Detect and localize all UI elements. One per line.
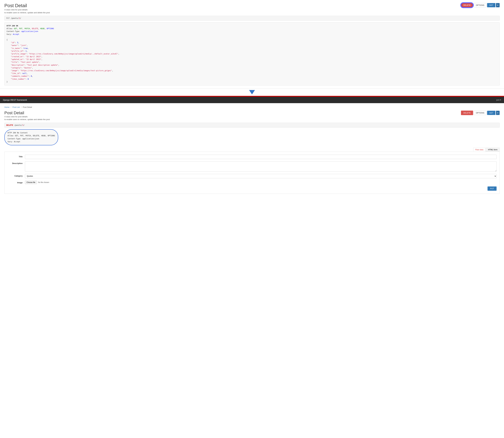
top-allow-delete: DELETE bbox=[32, 28, 38, 30]
bottom-desc-line1: A class view for post details bbox=[4, 116, 28, 118]
top-allow-patch: PATCH bbox=[24, 28, 30, 30]
json-category-key: "category" bbox=[11, 67, 21, 69]
bottom-title-area: Post Detail A class view for post detail… bbox=[4, 110, 50, 121]
form-category-select[interactable]: Quotes Art Music Science Tech bbox=[25, 174, 497, 178]
json-title-key: "title" bbox=[11, 61, 18, 63]
breadcrumb-current: Post Detail bbox=[23, 106, 32, 108]
tab-html-form[interactable]: HTML form bbox=[486, 148, 500, 152]
navbar-user[interactable]: jure ▾ bbox=[496, 99, 501, 101]
bottom-response-wrapper: HTTP 204 No Content Allow: GET, PUT, PAT… bbox=[4, 129, 500, 145]
json-id-key: "id" bbox=[11, 42, 15, 44]
bottom-ct-val: application/json bbox=[22, 138, 39, 140]
form-actions: PUT bbox=[7, 186, 497, 191]
json-desc-val: "Test post description update" bbox=[27, 64, 58, 66]
top-url-method: PUT bbox=[6, 17, 10, 19]
top-description: A class view for post details to enable … bbox=[4, 8, 50, 14]
breadcrumb-sep2: / bbox=[21, 106, 21, 108]
bottom-btn-group: DELETE OPTIONS GET ▾ bbox=[461, 110, 500, 115]
navbar-brand: Django REST framework bbox=[3, 99, 27, 101]
form-image-label: Image bbox=[7, 181, 25, 184]
form-description-textarea[interactable] bbox=[25, 161, 497, 172]
bottom-allow-patch: PATCH bbox=[25, 135, 31, 137]
bottom-url-bar: DELETE /posts/3/ bbox=[4, 123, 500, 128]
json-profileimg-val: "https://res.cloudinary.com/dm4myijvz/im… bbox=[29, 53, 118, 55]
bottom-allow-delete: DELETE bbox=[33, 135, 39, 137]
json-title-val: "Test post update" bbox=[20, 61, 39, 63]
top-get-button[interactable]: GET bbox=[487, 3, 495, 7]
breadcrumb-sep1: / bbox=[11, 106, 11, 108]
bottom-http-status: HTTP 204 No Content bbox=[8, 132, 28, 134]
put-button[interactable]: PUT bbox=[488, 186, 497, 191]
form-row-image: Image Choose file No file chosen bbox=[7, 181, 497, 184]
form-title-input[interactable] bbox=[25, 155, 497, 159]
arrow-area bbox=[0, 88, 504, 96]
form-description-label: Description bbox=[7, 161, 25, 164]
choose-file-button[interactable]: Choose file bbox=[25, 181, 37, 184]
json-profileimg-key: "profile_image" bbox=[11, 53, 27, 55]
page-title-bottom: Post Detail bbox=[4, 110, 50, 115]
top-header: Post Detail A class view for post detail… bbox=[4, 3, 500, 14]
json-commentsnum-val: 0 bbox=[31, 75, 32, 77]
breadcrumb-post-list[interactable]: Post List bbox=[12, 106, 20, 108]
form-row-title: Title bbox=[7, 155, 497, 159]
top-delete-button[interactable]: DELETE bbox=[461, 3, 473, 7]
top-title-area: Post Detail A class view for post detail… bbox=[4, 3, 50, 14]
json-likeid-key: "like_id" bbox=[11, 72, 20, 74]
top-options-button[interactable]: OPTIONS bbox=[474, 3, 487, 7]
top-url-bar: PUT /posts/3/ bbox=[4, 16, 500, 21]
json-profileid-val: 1 bbox=[25, 50, 27, 52]
json-isowner-key: "is_owner" bbox=[11, 47, 21, 49]
bottom-desc-line2: to enable users to retrieve, update and … bbox=[4, 118, 50, 120]
top-vary-val: Accept bbox=[13, 33, 19, 35]
page-title-top: Post Detail bbox=[4, 3, 50, 8]
top-get-caret-button[interactable]: ▾ bbox=[496, 3, 500, 7]
top-section: Post Detail A class view for post detail… bbox=[0, 0, 504, 88]
top-btn-group: DELETE OPTIONS GET ▾ bbox=[461, 3, 500, 7]
top-allow-head: HEAD bbox=[40, 28, 44, 30]
json-isowner-val: true bbox=[23, 47, 28, 49]
bottom-ct-label: Content-Type: bbox=[8, 138, 21, 140]
json-profileid-key: "profile_id" bbox=[11, 50, 23, 52]
json-likesnum-val: 0 bbox=[28, 78, 29, 80]
bottom-get-button[interactable]: GET bbox=[487, 111, 495, 115]
json-likeid-val: null bbox=[22, 72, 27, 74]
breadcrumb-home[interactable]: Home bbox=[4, 106, 10, 108]
form-row-category: Category Quotes Art Music Science Tech bbox=[7, 174, 497, 178]
bottom-delete-button[interactable]: DELETE bbox=[461, 110, 473, 115]
bottom-allow-get: GET bbox=[15, 135, 18, 137]
json-createdon-val: "15 April 2023" bbox=[25, 55, 41, 58]
json-commentsnum-key: "comments_number" bbox=[11, 75, 29, 77]
top-vary-label: Vary: bbox=[7, 33, 12, 35]
form-row-description: Description bbox=[7, 161, 497, 172]
top-url-path: /posts/3/ bbox=[11, 17, 21, 19]
top-ct-label: Content-Type: bbox=[7, 30, 20, 33]
tabs-container: Raw data HTML form bbox=[4, 148, 500, 152]
bottom-response-oval: HTTP 204 No Content Allow: GET, PUT, PAT… bbox=[4, 129, 58, 145]
json-category-val: "Quotes" bbox=[23, 67, 32, 69]
bottom-options-button[interactable]: OPTIONS bbox=[474, 111, 487, 115]
top-response-block: HTTP 200 OK Allow: GET, PUT, PATCH, DELE… bbox=[4, 22, 500, 86]
json-createdon-key: "created_on" bbox=[11, 55, 23, 58]
bottom-url-path: /posts/3/ bbox=[14, 124, 24, 126]
top-desc-line2: to enable users to retrieve, update and … bbox=[4, 11, 50, 14]
json-updatedon-key: "updated_on" bbox=[11, 58, 23, 60]
bottom-allow-put: PUT bbox=[20, 135, 23, 137]
down-arrow-icon bbox=[249, 90, 255, 94]
top-allow-label: Allow: bbox=[7, 28, 13, 30]
top-url-id: 3 bbox=[19, 17, 20, 19]
form-file-row: Choose file No file chosen bbox=[25, 181, 49, 184]
json-desc-key: "description" bbox=[11, 64, 24, 66]
no-file-text: No file chosen bbox=[38, 181, 49, 183]
json-updatedon-val: "15 April 2023" bbox=[25, 58, 41, 60]
top-http-status: HTTP 200 OK bbox=[7, 25, 18, 27]
bottom-get-caret-button[interactable]: ▾ bbox=[496, 111, 500, 115]
tab-raw-data[interactable]: Raw data bbox=[473, 148, 486, 152]
bottom-vary-label: Vary: bbox=[8, 141, 13, 143]
bottom-url-id: 3 bbox=[22, 124, 23, 126]
navbar: Django REST framework jure ▾ bbox=[0, 97, 504, 103]
top-allow-options: OPTIONS bbox=[47, 28, 54, 30]
breadcrumb: Home / Post List / Post Detail bbox=[4, 106, 500, 108]
top-allow-put: PUT bbox=[19, 28, 22, 30]
bottom-description: A class view for post details to enable … bbox=[4, 115, 50, 121]
json-owner-val: "jure" bbox=[20, 44, 27, 46]
